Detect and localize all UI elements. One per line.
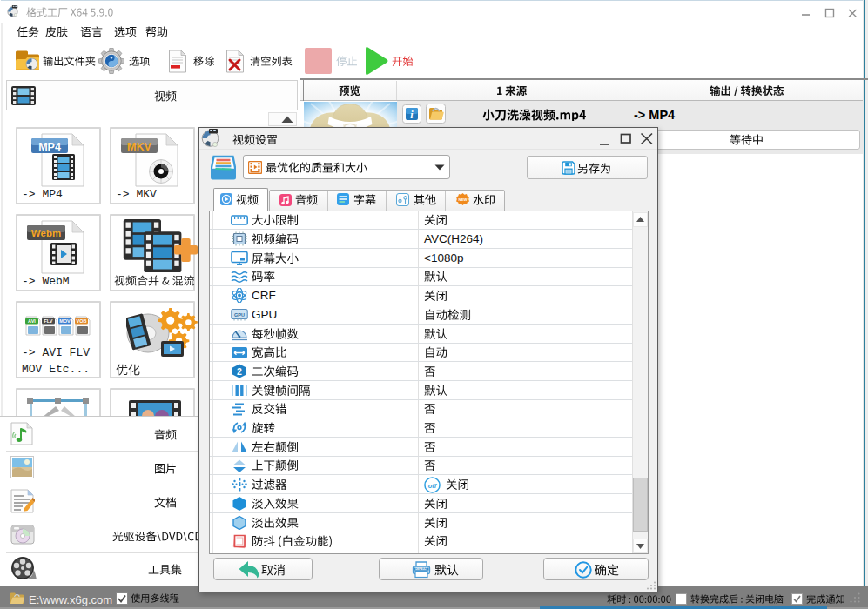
- svg-text:MP4: MP4: [38, 141, 61, 153]
- svg-text:AVI: AVI: [28, 318, 36, 324]
- svg-text:MOV: MOV: [59, 318, 71, 324]
- svg-text:GPU: GPU: [234, 312, 245, 318]
- svg-text:off: off: [428, 481, 438, 489]
- svg-text:DEFAULT: DEFAULT: [415, 567, 427, 571]
- svg-text:MKV: MKV: [127, 141, 151, 153]
- svg-text:2: 2: [237, 366, 242, 377]
- svg-text:FLV: FLV: [44, 318, 53, 324]
- svg-text:NEW: NEW: [459, 197, 468, 202]
- svg-text:Webm: Webm: [31, 228, 61, 238]
- svg-text:VOB: VOB: [77, 318, 87, 324]
